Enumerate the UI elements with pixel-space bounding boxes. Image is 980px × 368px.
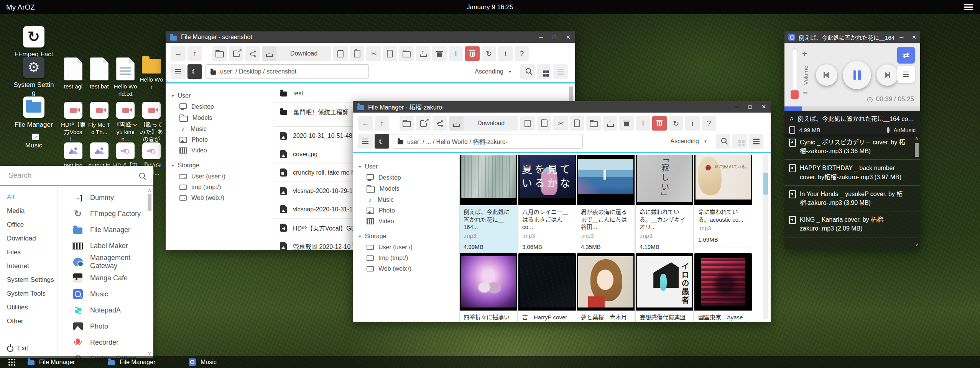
sidebar-item-models[interactable]: Models [353,183,456,195]
app-item-photo[interactable]: Photo [58,318,153,334]
launcher-grid-icon[interactable] [8,359,10,360]
new-folder-button[interactable] [399,46,414,61]
desktop-file-test-jpg[interactable]: test.jpg [61,142,86,169]
copy-button[interactable] [520,116,535,131]
sidebar-item-web-drive[interactable]: Web (web:/) [353,263,456,274]
grid-card[interactable]: 幽霊東京＿Ayase [694,253,752,322]
back-button[interactable]: ← [171,46,186,61]
airmusic-badge[interactable]: AirMusic [886,127,916,133]
sidebar-item-photo[interactable]: Photo [353,205,456,216]
repeat-button[interactable]: ⇄ [897,47,915,64]
info-button[interactable]: i [685,116,700,131]
desktop-file-video-1[interactable]: HD⁶⁰【東方Vocal... [61,102,86,143]
dark-mode-button[interactable]: ☾ [187,64,202,79]
taskbar-item-file-manager-2[interactable]: File Manager [108,359,166,366]
scrollbar-thumb[interactable] [915,143,919,157]
rename-button[interactable]: I [636,116,650,131]
desktop-icon-system-setting[interactable]: ⚙ System Setting [8,57,60,97]
upload-button[interactable] [603,116,617,131]
sidebar-item-user-drive[interactable]: User (user:/) [353,242,456,253]
playlist-scrollbar[interactable]: ∧ ∨ [914,136,919,247]
sidebar-item-desktop[interactable]: Desktop [166,101,268,112]
delete-button[interactable] [465,46,480,61]
playlist-item[interactable]: In Your Hands _ yusukeP cover. by 柘榴-zak… [784,186,920,211]
paste-button[interactable] [537,116,551,131]
sidebar-item-music[interactable]: ♪Music [166,124,268,134]
sort-select[interactable]: Ascending ▾ [469,64,516,79]
grid-card[interactable]: 「寂しい」 命に嫌われている。＿カンザキイオリ... .mp3 4.19MB [635,155,694,255]
scrollbar[interactable] [763,155,768,319]
category-media[interactable]: Media [0,204,58,218]
app-item-file-manager[interactable]: File Manager [58,222,153,238]
share-button[interactable] [245,46,260,61]
info-button[interactable]: i [498,46,513,61]
archive-button[interactable] [432,46,447,61]
pause-button[interactable] [843,61,871,89]
search-button[interactable] [520,64,535,79]
new-file-button[interactable] [383,46,397,61]
open-button[interactable] [212,46,227,61]
taskbar-item-file-manager-1[interactable]: File Manager [28,359,85,366]
sidebar-item-tmp-drive[interactable]: tmp (tmp:/) [166,182,268,193]
sidebar-item-user-drive[interactable]: User (user:/) [166,171,268,182]
playlist-item[interactable]: HAPPY BIRTHDAY _ back number cover. by柘榴… [784,160,920,185]
volume-slider[interactable] [792,48,797,99]
previous-button[interactable] [816,64,837,86]
app-item-notepada[interactable]: ≷NotepadA [58,302,153,318]
desktop-icon-music[interactable]: ↗ Music [8,139,60,149]
open-button[interactable] [400,116,414,131]
back-button[interactable]: ← [358,116,373,131]
sidebar-item-video[interactable]: Video [166,145,268,156]
sort-select[interactable]: Ascending ▾ [665,134,712,149]
desktop-file-hello-world-txt[interactable]: Hello World.txt [113,57,138,98]
menu-icon[interactable] [964,4,973,5]
paste-button[interactable] [350,46,364,61]
help-button[interactable]: ? [515,46,529,61]
scroll-down-arrow[interactable]: ∨ [914,242,919,247]
download-button[interactable]: Download [449,116,518,131]
sidebar-item-models[interactable]: Models [166,112,268,124]
desktop-file-test-agi[interactable]: test.agi [61,57,86,90]
volume-down[interactable]: − [803,88,808,98]
grid-card[interactable]: 君が夜の海に還るまで＿こんにちは谷田... .mp3 4.35MB [577,155,635,255]
minimize-button[interactable]: ─ [735,104,738,110]
app-item-label-maker[interactable]: Label Maker [58,238,153,254]
breadcrumb[interactable]: user: / ... / Hello World / 柘榴-zakuro- [393,134,583,149]
grid-card[interactable]: 夢と葉桜＿青木月 [577,253,635,322]
grid-card[interactable]: 四季折々に揺蕩い [459,253,518,322]
sidebar-item-video[interactable]: Video [353,216,456,227]
sidebar-item-photo[interactable]: Photo [166,134,268,145]
sidebar-item-music[interactable]: ♪Music [353,195,456,205]
refresh-button[interactable]: ↻ [669,116,683,131]
category-other[interactable]: Other [0,314,58,328]
sidebar-item-web-drive[interactable]: Web (web:/) [166,193,268,203]
titlebar[interactable]: File Manager - screenshot ─ □ ✕ [166,31,575,43]
archive-button[interactable] [619,116,634,131]
minimize-button[interactable]: ─ [899,34,903,40]
sidebar-group-storage[interactable]: ▾ Storage [353,231,456,242]
app-item-music[interactable]: ♪Music [58,286,153,302]
category-all[interactable]: All [0,190,58,204]
desktop-file-video-2[interactable]: Fly Me To Th... [87,102,112,136]
category-utilities[interactable]: Utilities [0,301,58,314]
list-view-button[interactable] [553,64,568,79]
share-button[interactable] [432,116,447,131]
playlist-menu-button[interactable] [897,66,915,83]
volume-up[interactable]: + [802,49,807,59]
sidebar-item-desktop[interactable]: Desktop [353,172,456,183]
up-button[interactable]: ↑ [187,46,202,61]
category-office[interactable]: Office [0,218,58,232]
sidebar-group-storage[interactable]: ▾ Storage [166,160,268,171]
playlist-item[interactable]: KING _ Kanaria cover. by 柘榴-zakuro-.mp3 … [784,211,920,237]
scrollbar-thumb[interactable] [148,194,151,211]
app-item-dummy[interactable]: →]Dummy [58,190,153,206]
exit-button[interactable]: Exit [7,345,28,352]
desktop-icon-file-manager[interactable]: File Manager [8,96,60,129]
taskbar-item-music[interactable]: Music [189,358,246,366]
grid-card-selected[interactable]: 例えば、今此処に置かれた花に＿164... .mp3 4.99MB [459,155,518,255]
maximize-button[interactable]: □ [553,34,556,40]
cut-button[interactable]: ✂ [553,116,568,131]
desktop-file-video-3[interactable]: 『雪峰～yu kimin... [113,102,138,143]
list-view-button[interactable] [749,134,763,149]
grid-card[interactable]: 吉＿HarryP cover [518,253,576,322]
